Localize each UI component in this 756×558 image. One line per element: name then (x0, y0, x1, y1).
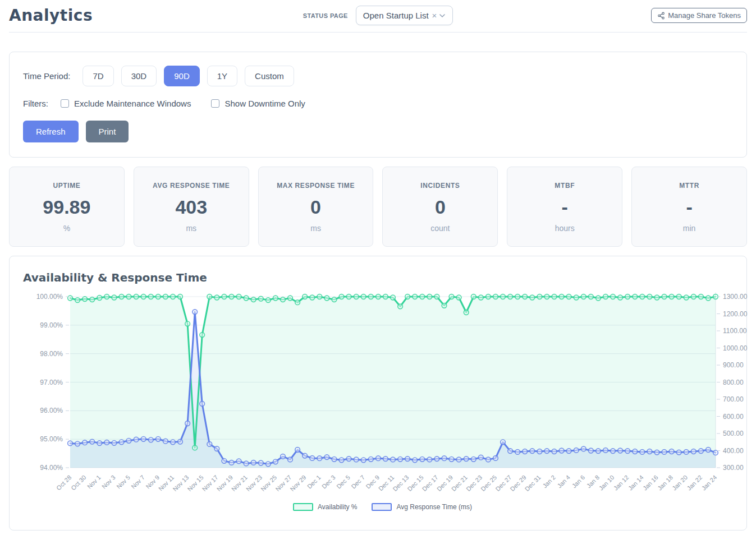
data-point[interactable] (603, 294, 608, 299)
data-point[interactable] (126, 294, 131, 299)
data-point[interactable] (141, 437, 146, 442)
data-point[interactable] (706, 296, 711, 301)
data-point[interactable] (332, 457, 337, 462)
time-period-button-1y[interactable]: 1Y (207, 66, 237, 86)
data-point[interactable] (566, 449, 571, 454)
data-point[interactable] (581, 446, 587, 451)
data-point[interactable] (676, 450, 681, 455)
data-point[interactable] (662, 294, 667, 299)
data-point[interactable] (589, 448, 594, 453)
data-point[interactable] (193, 310, 198, 315)
data-point[interactable] (654, 450, 659, 455)
data-point[interactable] (479, 455, 484, 460)
data-point[interactable] (464, 310, 469, 315)
data-point[interactable] (391, 457, 396, 462)
data-point[interactable] (376, 294, 381, 299)
data-point[interactable] (530, 295, 535, 300)
data-point[interactable] (508, 449, 513, 454)
data-point[interactable] (523, 294, 528, 299)
data-point[interactable] (456, 457, 461, 462)
data-point[interactable] (684, 450, 689, 455)
time-period-button-7d[interactable]: 7D (83, 66, 113, 86)
data-point[interactable] (625, 449, 630, 454)
data-point[interactable] (530, 449, 535, 454)
data-point[interactable] (236, 294, 241, 299)
data-point[interactable] (90, 439, 95, 444)
data-point[interactable] (97, 296, 102, 301)
data-point[interactable] (544, 294, 549, 299)
data-point[interactable] (508, 294, 513, 299)
data-point[interactable] (398, 457, 403, 462)
data-point[interactable] (633, 449, 638, 454)
data-point[interactable] (486, 457, 491, 462)
data-point[interactable] (581, 294, 587, 299)
data-point[interactable] (699, 449, 704, 454)
data-point[interactable] (669, 294, 674, 299)
data-point[interactable] (596, 296, 601, 301)
data-point[interactable] (456, 295, 461, 300)
data-point[interactable] (361, 294, 366, 299)
data-point[interactable] (383, 456, 388, 462)
data-point[interactable] (596, 449, 601, 454)
data-point[interactable] (83, 297, 88, 302)
data-point[interactable] (369, 457, 374, 462)
data-point[interactable] (559, 448, 564, 453)
data-point[interactable] (112, 441, 117, 446)
data-point[interactable] (361, 458, 366, 463)
data-point[interactable] (324, 296, 329, 301)
filter-checkbox[interactable]: Exclude Maintenance Windows (61, 99, 191, 108)
data-point[interactable] (691, 294, 697, 299)
data-point[interactable] (391, 295, 396, 300)
data-point[interactable] (295, 300, 300, 305)
data-point[interactable] (471, 457, 476, 462)
data-point[interactable] (222, 459, 227, 464)
print-button[interactable]: Print (86, 121, 129, 142)
data-point[interactable] (449, 294, 454, 299)
data-point[interactable] (200, 402, 205, 407)
data-point[interactable] (303, 294, 308, 299)
data-point[interactable] (464, 456, 469, 462)
data-point[interactable] (559, 294, 564, 299)
data-point[interactable] (104, 440, 109, 445)
data-point[interactable] (163, 439, 168, 444)
data-point[interactable] (515, 450, 520, 455)
data-point[interactable] (68, 296, 73, 301)
data-point[interactable] (244, 461, 249, 466)
data-point[interactable] (346, 294, 351, 299)
data-point[interactable] (413, 458, 418, 463)
data-point[interactable] (149, 437, 154, 442)
data-point[interactable] (537, 294, 542, 299)
data-point[interactable] (119, 294, 124, 299)
data-point[interactable] (501, 440, 506, 445)
data-point[interactable] (647, 449, 652, 454)
data-point[interactable] (273, 296, 278, 301)
data-point[interactable] (332, 297, 337, 302)
data-point[interactable] (398, 304, 403, 309)
data-point[interactable] (442, 456, 447, 461)
data-point[interactable] (266, 462, 271, 467)
data-point[interactable] (251, 460, 256, 465)
data-point[interactable] (471, 294, 476, 299)
data-point[interactable] (618, 448, 623, 453)
data-point[interactable] (324, 455, 329, 460)
data-point[interactable] (134, 294, 139, 299)
data-point[interactable] (207, 294, 212, 299)
data-point[interactable] (713, 450, 718, 455)
data-point[interactable] (178, 294, 183, 299)
data-point[interactable] (75, 441, 80, 446)
legend-item[interactable]: Availability % (293, 503, 357, 511)
data-point[interactable] (383, 294, 388, 299)
data-point[interactable] (479, 295, 484, 300)
data-point[interactable] (589, 294, 594, 299)
data-point[interactable] (303, 453, 308, 458)
data-point[interactable] (185, 321, 190, 326)
data-point[interactable] (427, 457, 432, 462)
data-point[interactable] (493, 294, 498, 299)
data-point[interactable] (449, 457, 454, 462)
data-point[interactable] (442, 303, 447, 308)
data-point[interactable] (625, 294, 630, 299)
checkbox-icon[interactable] (61, 99, 69, 108)
data-point[interactable] (684, 295, 689, 300)
data-point[interactable] (163, 294, 168, 299)
data-point[interactable] (501, 294, 506, 299)
